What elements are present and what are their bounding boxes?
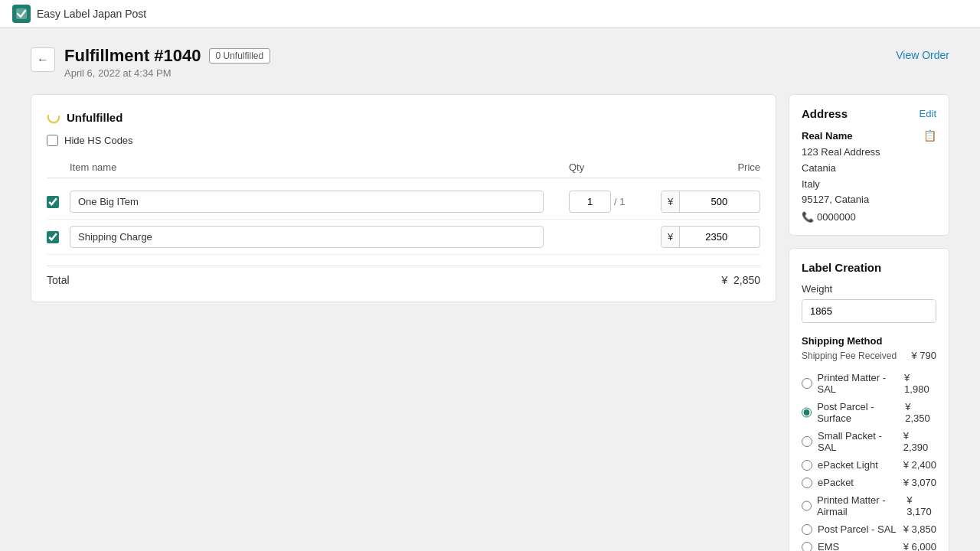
item-1-qty-input[interactable] bbox=[569, 191, 611, 213]
total-yen: ¥ bbox=[721, 274, 727, 286]
method-price-0: ¥ 1,980 bbox=[904, 372, 936, 395]
address-postal: 95127, Catania bbox=[802, 192, 936, 208]
weight-input-row: g bbox=[802, 299, 936, 323]
method-radio-5[interactable] bbox=[802, 500, 812, 511]
method-radio-6[interactable] bbox=[802, 524, 812, 535]
item-2-yen: ¥ bbox=[662, 227, 680, 247]
address-title: Address bbox=[802, 107, 848, 120]
item-1-price-cell: ¥ bbox=[661, 191, 760, 213]
col-price: Price bbox=[661, 161, 760, 173]
shipping-fee-row: Shipping Fee Received ¥ 790 bbox=[802, 350, 936, 361]
shipping-method-title: Shipping Method bbox=[802, 335, 936, 347]
method-radio-4[interactable] bbox=[802, 478, 812, 488]
item-2-price-cell: ¥ bbox=[661, 226, 760, 248]
unfulfilled-label: Unfulfilled bbox=[67, 111, 122, 124]
left-panel: Unfulfilled Hide HS Codes Item name Qty … bbox=[31, 94, 776, 302]
table-row: ¥ bbox=[47, 220, 760, 255]
address-street: 123 Real Address bbox=[802, 145, 936, 161]
copy-icon[interactable]: 📋 bbox=[923, 129, 936, 142]
phone-icon: 📞 bbox=[802, 211, 814, 223]
method-name-6: Post Parcel - SAL bbox=[818, 523, 897, 535]
page-title-block: Fulfillment #1040 0 Unfulfilled April 6,… bbox=[64, 46, 270, 79]
shipping-fee-label: Shipping Fee Received bbox=[802, 350, 897, 361]
svg-point-1 bbox=[48, 112, 59, 122]
total-amount: 2,850 bbox=[733, 274, 760, 286]
method-price-3: ¥ 2,400 bbox=[903, 459, 936, 471]
method-left: Printed Matter - Airmail bbox=[802, 494, 906, 517]
method-option: Printed Matter - SAL ¥ 1,980 bbox=[802, 369, 936, 398]
hide-hs-row: Hide HS Codes bbox=[47, 135, 760, 146]
back-button[interactable]: ← bbox=[31, 47, 55, 72]
method-price-7: ¥ 6,000 bbox=[903, 541, 936, 551]
method-left: EMS bbox=[802, 541, 839, 551]
col-qty: Qty bbox=[569, 161, 661, 173]
unfulfilled-spinner-icon bbox=[47, 110, 60, 124]
method-radio-7[interactable] bbox=[802, 542, 812, 551]
label-creation-card: Label Creation Weight g Shipping Method … bbox=[789, 248, 949, 551]
method-radio-3[interactable] bbox=[802, 460, 812, 471]
weight-input[interactable] bbox=[802, 300, 936, 322]
right-panel: Address Edit Real Name 📋 123 Real Addres… bbox=[789, 94, 949, 551]
app-logo: Easy Label Japan Post bbox=[12, 5, 146, 23]
method-name-5: Printed Matter - Airmail bbox=[817, 494, 906, 517]
method-name-0: Printed Matter - SAL bbox=[818, 372, 905, 395]
label-creation-title: Label Creation bbox=[802, 261, 936, 274]
method-radio-2[interactable] bbox=[802, 436, 812, 447]
method-price-5: ¥ 3,170 bbox=[906, 494, 936, 517]
item-2-checkbox[interactable] bbox=[47, 231, 59, 243]
method-left: ePacket bbox=[802, 477, 854, 488]
method-name-3: ePacket Light bbox=[818, 459, 878, 471]
page-title: Fulfillment #1040 0 Unfulfilled bbox=[64, 46, 270, 66]
method-left: ePacket Light bbox=[802, 459, 878, 471]
method-left: Post Parcel - SAL bbox=[802, 523, 897, 535]
table-row: / 1 ¥ bbox=[47, 184, 760, 220]
method-name-2: Small Packet - SAL bbox=[818, 430, 903, 453]
unfulfilled-badge: 0 Unfulfilled bbox=[209, 48, 271, 64]
method-price-4: ¥ 3,070 bbox=[903, 477, 936, 488]
address-lines: 123 Real Address Catania Italy 95127, Ca… bbox=[802, 145, 936, 208]
address-title-row: Address Edit bbox=[802, 107, 936, 120]
total-label: Total bbox=[47, 274, 70, 286]
page-date: April 6, 2022 at 4:34 PM bbox=[64, 67, 270, 79]
item-2-price-input[interactable] bbox=[680, 227, 733, 247]
method-left: Post Parcel - Surface bbox=[802, 401, 905, 424]
total-row: Total ¥ 2,850 bbox=[47, 266, 760, 286]
method-price-2: ¥ 2,390 bbox=[903, 430, 936, 453]
item-1-yen: ¥ bbox=[662, 191, 680, 212]
phone-number: 0000000 bbox=[817, 211, 856, 223]
phone-row: 📞 0000000 bbox=[802, 211, 936, 223]
unfulfilled-header: Unfulfilled bbox=[47, 110, 760, 124]
main-content: ← Fulfillment #1040 0 Unfulfilled April … bbox=[0, 28, 980, 551]
address-country: Italy bbox=[802, 177, 936, 193]
item-1-checkbox[interactable] bbox=[47, 196, 59, 208]
fulfillment-id: Fulfillment #1040 bbox=[64, 46, 201, 66]
item-1-price-input[interactable] bbox=[680, 191, 733, 212]
method-name-1: Post Parcel - Surface bbox=[817, 401, 905, 424]
method-option: ePacket ¥ 3,070 bbox=[802, 474, 936, 491]
shipping-methods-list: Printed Matter - SAL ¥ 1,980 Post Parcel… bbox=[802, 369, 936, 551]
item-1-name-input[interactable] bbox=[70, 191, 544, 213]
address-card: Address Edit Real Name 📋 123 Real Addres… bbox=[789, 94, 949, 236]
address-edit-link[interactable]: Edit bbox=[920, 108, 936, 119]
method-name-7: EMS bbox=[818, 541, 839, 551]
item-1-qty-total: / 1 bbox=[614, 196, 625, 207]
method-left: Small Packet - SAL bbox=[802, 430, 903, 453]
method-option: Post Parcel - SAL ¥ 3,850 bbox=[802, 520, 936, 538]
hide-hs-label: Hide HS Codes bbox=[64, 135, 133, 146]
weight-field-label: Weight bbox=[802, 283, 936, 295]
method-option: Post Parcel - Surface ¥ 2,350 bbox=[802, 398, 936, 427]
total-value: ¥ 2,850 bbox=[721, 274, 760, 286]
method-price-1: ¥ 2,350 bbox=[905, 401, 936, 424]
item-2-name-cell bbox=[70, 226, 569, 248]
view-order-link[interactable]: View Order bbox=[896, 49, 949, 61]
logo-icon bbox=[12, 5, 31, 23]
app-name: Easy Label Japan Post bbox=[37, 8, 146, 20]
hide-hs-checkbox[interactable] bbox=[47, 135, 58, 146]
method-radio-1[interactable] bbox=[802, 407, 812, 418]
method-option: Small Packet - SAL ¥ 2,390 bbox=[802, 427, 936, 456]
item-1-qty-cell: / 1 bbox=[569, 191, 661, 213]
method-radio-0[interactable] bbox=[802, 378, 812, 389]
item-2-name-input[interactable] bbox=[70, 226, 544, 248]
method-option: ePacket Light ¥ 2,400 bbox=[802, 456, 936, 474]
method-option: Printed Matter - Airmail ¥ 3,170 bbox=[802, 491, 936, 520]
